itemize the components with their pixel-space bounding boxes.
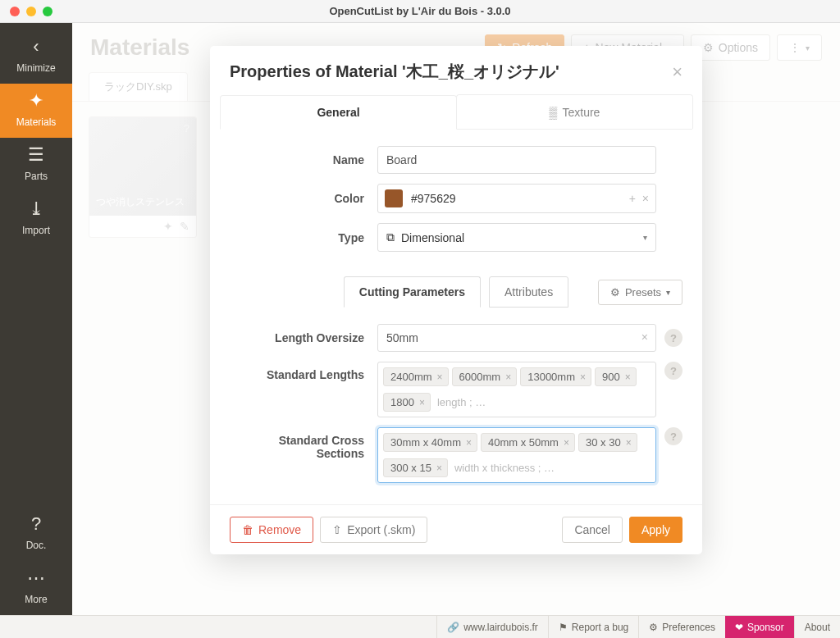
dimensional-icon: ⧉ bbox=[386, 230, 395, 244]
subtab-attributes[interactable]: Attributes bbox=[489, 276, 568, 308]
tag[interactable]: 30mm x 40mm× bbox=[383, 433, 477, 452]
bug-icon: ⚑ bbox=[559, 622, 568, 633]
chevron-left-icon: ‹ bbox=[0, 38, 72, 56]
status-about[interactable]: About bbox=[794, 616, 840, 638]
trash-icon: 🗑 bbox=[242, 523, 253, 536]
texture-icon: ▒ bbox=[550, 106, 558, 119]
std-cross-input[interactable]: 30mm x 40mm×40mm x 50mm×30 x 30×300 x 15… bbox=[377, 427, 656, 483]
std-lengths-label: Standard Lengths bbox=[230, 362, 377, 381]
tab-general[interactable]: General bbox=[220, 95, 457, 130]
link-icon: 🔗 bbox=[447, 622, 459, 633]
help-icon[interactable]: ? bbox=[664, 427, 682, 445]
status-report-bug[interactable]: ⚑ Report a bug bbox=[548, 616, 638, 638]
tag[interactable]: 6000mm× bbox=[452, 367, 518, 386]
tag-remove-icon[interactable]: × bbox=[564, 437, 569, 449]
tag-remove-icon[interactable]: × bbox=[466, 437, 472, 449]
std-lengths-input[interactable]: 2400mm×6000mm×13000mm×900×1800×length ; … bbox=[377, 362, 656, 417]
window-title: OpenCutList by L'Air du Bois - 3.0.0 bbox=[0, 5, 840, 17]
apply-button[interactable]: Apply bbox=[629, 517, 682, 543]
color-input[interactable]: #975629 + × bbox=[377, 184, 656, 213]
cancel-button[interactable]: Cancel bbox=[562, 517, 623, 543]
sidebar: ‹ Minimize ✦ Materials ☰ Parts ⤓ Import … bbox=[0, 23, 72, 615]
tag-remove-icon[interactable]: × bbox=[580, 371, 586, 383]
window-titlebar: OpenCutList by L'Air du Bois - 3.0.0 bbox=[0, 0, 840, 23]
presets-icon: ⚙ bbox=[610, 286, 620, 298]
window-zoom[interactable] bbox=[43, 7, 52, 16]
import-icon: ⤓ bbox=[0, 200, 72, 218]
length-oversize-label: Length Oversize bbox=[230, 331, 377, 344]
material-properties-modal: Properties of Material '木工_桜_オリジナル' × Ge… bbox=[210, 46, 702, 554]
help-icon[interactable]: ? bbox=[664, 329, 682, 347]
modal-title: Properties of Material '木工_桜_オリジナル' bbox=[230, 61, 559, 83]
more-icon: ⋯ bbox=[0, 569, 72, 587]
color-swatch bbox=[385, 189, 403, 207]
sidebar-materials[interactable]: ✦ Materials bbox=[0, 84, 72, 138]
caret-down-icon: ▾ bbox=[643, 233, 647, 242]
tag[interactable]: 1800× bbox=[383, 393, 431, 412]
sidebar-doc[interactable]: ? Doc. bbox=[0, 507, 72, 561]
tag[interactable]: 300 x 15× bbox=[383, 458, 448, 477]
tag[interactable]: 900× bbox=[595, 367, 637, 386]
color-hex: #975629 bbox=[411, 192, 456, 205]
parts-icon: ☰ bbox=[0, 146, 72, 164]
modal-backdrop: Properties of Material '木工_桜_オリジナル' × Ge… bbox=[72, 23, 840, 615]
sidebar-import[interactable]: ⤓ Import bbox=[0, 192, 72, 246]
tag-remove-icon[interactable]: × bbox=[436, 463, 442, 474]
status-sponsor[interactable]: ❤ Sponsor bbox=[725, 616, 794, 638]
tag-remove-icon[interactable]: × bbox=[626, 437, 632, 449]
export-icon: ⇧ bbox=[332, 523, 342, 536]
name-label: Name bbox=[230, 153, 377, 166]
sidebar-more[interactable]: ⋯ More bbox=[0, 561, 72, 615]
status-site[interactable]: 🔗 www.lairdubois.fr bbox=[436, 616, 548, 638]
name-input[interactable] bbox=[377, 146, 656, 174]
sidebar-parts[interactable]: ☰ Parts bbox=[0, 138, 72, 192]
type-label: Type bbox=[230, 231, 377, 244]
heart-icon: ❤ bbox=[735, 622, 743, 633]
caret-down-icon: ▾ bbox=[666, 288, 670, 297]
materials-icon: ✦ bbox=[0, 92, 72, 110]
subtab-cutting[interactable]: Cutting Parameters bbox=[344, 276, 481, 308]
tag[interactable]: 13000mm× bbox=[520, 367, 591, 386]
clear-color-icon[interactable]: × bbox=[642, 192, 649, 205]
close-icon[interactable]: × bbox=[672, 62, 682, 83]
remove-button[interactable]: 🗑 Remove bbox=[230, 517, 313, 543]
gear-icon: ⚙ bbox=[649, 622, 658, 633]
tag[interactable]: 2400mm× bbox=[383, 367, 449, 386]
export-button[interactable]: ⇧ Export (.skm) bbox=[320, 517, 427, 543]
tag[interactable]: 30 x 30× bbox=[578, 433, 637, 452]
add-color-icon[interactable]: + bbox=[629, 192, 636, 205]
tag-remove-icon[interactable]: × bbox=[437, 371, 443, 383]
statusbar: 🔗 www.lairdubois.fr ⚑ Report a bug ⚙ Pre… bbox=[0, 615, 840, 638]
tag-remove-icon[interactable]: × bbox=[625, 371, 631, 383]
presets-button[interactable]: ⚙ Presets ▾ bbox=[598, 280, 682, 305]
tag[interactable]: 40mm x 50mm× bbox=[481, 433, 575, 452]
tag-remove-icon[interactable]: × bbox=[505, 371, 511, 383]
status-preferences[interactable]: ⚙ Preferences bbox=[638, 616, 725, 638]
std-cross-label: Standard Cross Sections bbox=[230, 427, 377, 460]
sidebar-minimize[interactable]: ‹ Minimize bbox=[0, 30, 72, 84]
help-icon[interactable]: ? bbox=[664, 362, 682, 380]
color-label: Color bbox=[230, 192, 377, 205]
help-icon: ? bbox=[0, 515, 72, 533]
length-oversize-input[interactable] bbox=[377, 324, 656, 352]
tag-placeholder[interactable]: length ; … bbox=[434, 393, 651, 415]
tag-placeholder[interactable]: width x thickness ; … bbox=[451, 458, 651, 481]
clear-icon[interactable]: × bbox=[641, 330, 648, 344]
window-close[interactable] bbox=[10, 7, 20, 16]
tab-texture[interactable]: ▒ Texture bbox=[456, 94, 693, 129]
type-select[interactable]: ⧉ Dimensional ▾ bbox=[377, 223, 656, 252]
tag-remove-icon[interactable]: × bbox=[419, 397, 425, 408]
window-minimize[interactable] bbox=[26, 7, 36, 16]
